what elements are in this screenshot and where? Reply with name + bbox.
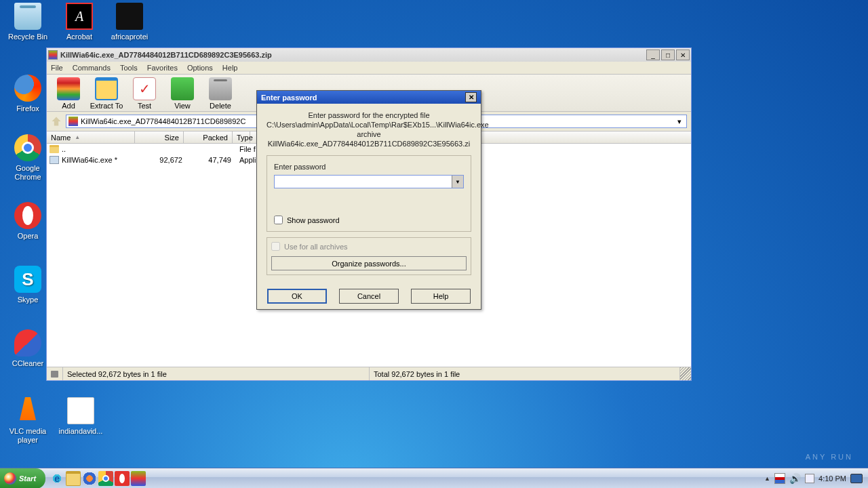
folder-up-icon bbox=[50, 145, 59, 153]
minimize-button[interactable]: _ bbox=[646, 49, 660, 60]
tray-expand-icon[interactable]: ▲ bbox=[764, 475, 770, 482]
tray-flag-icon[interactable] bbox=[805, 474, 814, 483]
start-button[interactable]: Start bbox=[0, 468, 45, 489]
view-icon bbox=[171, 77, 194, 100]
cancel-button[interactable]: Cancel bbox=[339, 289, 399, 304]
resize-grip[interactable] bbox=[680, 367, 691, 380]
winrar-app-icon bbox=[48, 50, 58, 60]
exe-file-icon bbox=[50, 156, 59, 164]
recycle-bin-icon bbox=[14, 3, 41, 30]
sort-indicator-icon: ▲ bbox=[75, 134, 80, 140]
password-dropdown[interactable]: ▼ bbox=[452, 176, 463, 188]
ok-button[interactable]: OK bbox=[267, 289, 327, 304]
column-size[interactable]: Size bbox=[135, 131, 184, 143]
chrome-icon bbox=[14, 134, 41, 161]
taskbar: Start e ▲ 🔊 4:10 PM bbox=[0, 468, 868, 488]
winrar-titlebar[interactable]: KillWia64ic.exe_AD7784484012B711CD689892… bbox=[47, 48, 691, 62]
text-file-icon bbox=[67, 397, 94, 424]
add-icon bbox=[57, 77, 80, 100]
dialog-title: Enter password bbox=[261, 94, 465, 102]
ccleaner-icon bbox=[14, 329, 41, 357]
status-disk-icon[interactable] bbox=[47, 367, 63, 380]
quick-launch-explorer[interactable] bbox=[66, 471, 81, 486]
folder-icon bbox=[116, 3, 143, 30]
password-group: Enter password ▼ Show password bbox=[267, 155, 471, 232]
toolbar-view[interactable]: View bbox=[165, 77, 200, 111]
status-selected: Selected 92,672 bytes in 1 file bbox=[63, 367, 370, 380]
tray-show-desktop[interactable] bbox=[850, 474, 863, 483]
column-type[interactable]: Type bbox=[233, 131, 250, 143]
desktop-icon-opera[interactable]: Opera bbox=[4, 202, 52, 241]
winrar-statusbar: Selected 92,672 bytes in 1 file Total 92… bbox=[47, 367, 691, 380]
help-button[interactable]: Help bbox=[411, 289, 471, 304]
quick-launch-chrome[interactable] bbox=[98, 471, 113, 486]
winrar-menubar: File Commands Tools Favorites Options He… bbox=[47, 62, 691, 75]
up-button[interactable] bbox=[51, 116, 62, 127]
extract-icon bbox=[95, 77, 118, 100]
system-tray: ▲ 🔊 4:10 PM bbox=[759, 468, 868, 488]
desktop-icon-recycle-bin[interactable]: Recycle Bin bbox=[4, 3, 52, 41]
password-input[interactable] bbox=[275, 176, 452, 188]
use-all-checkbox: Use for all archives bbox=[271, 242, 467, 251]
toolbar-extract[interactable]: Extract To bbox=[89, 77, 124, 111]
status-total: Total 92,672 bytes in 1 file bbox=[370, 367, 680, 380]
password-dialog: Enter password ✕ Enter password for the … bbox=[256, 90, 481, 310]
delete-icon bbox=[209, 77, 232, 100]
menu-tools[interactable]: Tools bbox=[120, 64, 138, 72]
menu-favorites[interactable]: Favorites bbox=[147, 64, 178, 72]
tray-clock[interactable]: 4:10 PM bbox=[818, 474, 846, 483]
quick-launch-ie[interactable]: e bbox=[50, 471, 64, 486]
desktop-icon-acrobat[interactable]: AAcrobat bbox=[56, 3, 103, 41]
desktop-icon-vlc[interactable]: VLC media player bbox=[4, 397, 52, 445]
desktop-icon-firefox[interactable]: Firefox bbox=[4, 75, 52, 113]
quick-launch: e bbox=[50, 471, 146, 486]
organize-passwords-button[interactable]: Organize passwords... bbox=[271, 256, 467, 270]
toolbar-test[interactable]: Test bbox=[127, 77, 162, 111]
show-password-input[interactable] bbox=[274, 216, 283, 224]
test-icon bbox=[133, 77, 156, 100]
path-dropdown[interactable]: ▾ bbox=[675, 117, 684, 126]
maximize-button[interactable]: □ bbox=[661, 49, 675, 60]
menu-commands[interactable]: Commands bbox=[73, 64, 111, 72]
dialog-buttons: OK Cancel Help bbox=[257, 289, 481, 309]
desktop-icon-chrome[interactable]: Google Chrome bbox=[4, 134, 52, 182]
dialog-message: Enter password for the encrypted file C:… bbox=[267, 110, 471, 148]
toolbar-add[interactable]: Add bbox=[51, 77, 86, 111]
dialog-titlebar[interactable]: Enter password ✕ bbox=[257, 91, 481, 104]
menu-help[interactable]: Help bbox=[222, 64, 238, 72]
archives-group: Use for all archives Organize passwords.… bbox=[267, 237, 471, 275]
desktop-icon-ccleaner[interactable]: CCleaner bbox=[4, 329, 52, 368]
tray-volume-icon[interactable]: 🔊 bbox=[789, 473, 801, 484]
anyrun-watermark: ANY RUN bbox=[806, 453, 853, 461]
use-all-input bbox=[271, 242, 280, 251]
column-name[interactable]: Name▲ bbox=[47, 131, 135, 143]
desktop-icon-africaprotei[interactable]: africaprotei bbox=[106, 3, 153, 41]
desktop-icon-skype[interactable]: SSkype bbox=[4, 266, 52, 304]
close-button[interactable]: ✕ bbox=[676, 49, 690, 60]
opera-icon bbox=[14, 202, 41, 229]
password-label: Enter password bbox=[274, 163, 464, 171]
windows-logo-icon bbox=[4, 472, 16, 485]
column-packed[interactable]: Packed bbox=[184, 131, 233, 143]
dialog-close-button[interactable]: ✕ bbox=[465, 92, 477, 102]
menu-file[interactable]: File bbox=[51, 64, 63, 72]
password-combo: ▼ bbox=[274, 175, 464, 188]
quick-launch-winrar[interactable] bbox=[131, 471, 146, 486]
menu-options[interactable]: Options bbox=[187, 64, 213, 72]
winrar-title: KillWia64ic.exe_AD7784484012B711CD689892… bbox=[60, 51, 646, 59]
desktop-icon-indiandavid[interactable]: indiandavid... bbox=[57, 397, 104, 436]
vlc-icon bbox=[14, 397, 41, 424]
toolbar-delete[interactable]: Delete bbox=[203, 77, 238, 111]
show-password-checkbox[interactable]: Show password bbox=[274, 216, 464, 224]
firefox-icon bbox=[14, 75, 41, 102]
skype-icon: S bbox=[14, 266, 41, 293]
archive-icon bbox=[68, 117, 78, 126]
quick-launch-opera[interactable] bbox=[115, 471, 130, 486]
quick-launch-media-player[interactable] bbox=[82, 471, 97, 486]
tray-action-center-icon[interactable] bbox=[774, 473, 785, 484]
acrobat-icon: A bbox=[66, 3, 93, 30]
